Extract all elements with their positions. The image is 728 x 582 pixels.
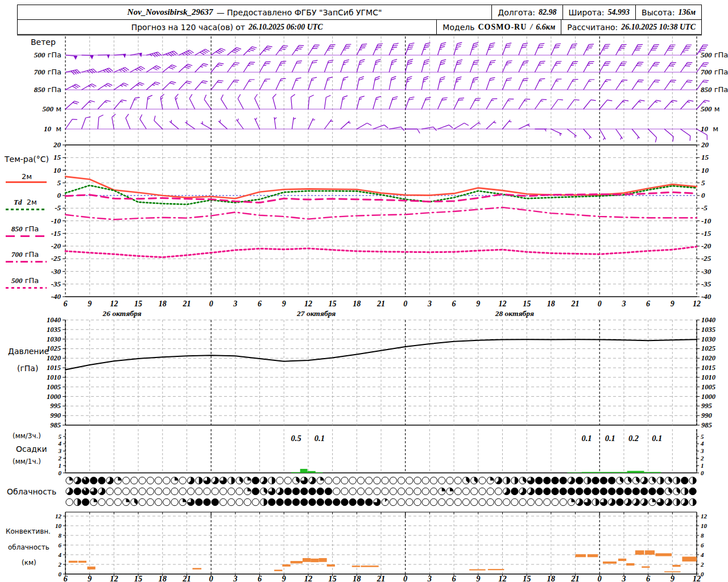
svg-text:6: 6 xyxy=(59,542,62,548)
svg-text:20: 20 xyxy=(701,140,709,149)
svg-text:20: 20 xyxy=(53,140,61,149)
conv-panel-title-2: облачность xyxy=(8,543,49,551)
wind-panel-title: Ветер xyxy=(31,38,56,47)
legend-line-500 xyxy=(6,287,47,289)
svg-text:-5: -5 xyxy=(701,203,708,212)
svg-text:2: 2 xyxy=(700,455,704,462)
legend-label-500: 500 гПа xyxy=(11,276,39,285)
svg-text:21: 21 xyxy=(182,574,191,582)
svg-text:-5: -5 xyxy=(55,203,61,212)
wind-level-850hpa-left: 850 гПа xyxy=(14,85,61,94)
svg-text:4: 4 xyxy=(700,440,704,447)
svg-text:3: 3 xyxy=(621,574,626,582)
svg-text:3: 3 xyxy=(233,574,237,582)
legend-line-850 xyxy=(6,235,47,237)
svg-text:1040: 1040 xyxy=(47,316,61,324)
svg-text:21: 21 xyxy=(571,300,580,308)
conv-panel-title-3: (км) xyxy=(22,559,36,567)
svg-text:10: 10 xyxy=(55,522,62,529)
svg-text:0: 0 xyxy=(701,469,704,476)
convective-panel xyxy=(63,516,699,576)
legend-line-700 xyxy=(6,261,47,263)
svg-text:985: 985 xyxy=(50,421,61,429)
legend-label-850: 850 гПа xyxy=(11,225,39,234)
precip-annotation-1: 0.1 xyxy=(315,434,325,443)
svg-text:9: 9 xyxy=(671,574,675,582)
cloud-panel xyxy=(65,477,697,516)
svg-text:9: 9 xyxy=(282,574,286,582)
svg-text:1025: 1025 xyxy=(701,344,715,352)
svg-text:5: 5 xyxy=(59,433,62,440)
svg-text:4: 4 xyxy=(58,551,62,558)
wind-level-500m-right: 500 м xyxy=(701,105,728,114)
svg-text:15: 15 xyxy=(53,153,61,161)
svg-text:12: 12 xyxy=(304,300,312,308)
svg-text:18: 18 xyxy=(159,300,167,308)
svg-text:0: 0 xyxy=(598,300,602,308)
svg-text:-10: -10 xyxy=(701,217,712,225)
wind-level-10m-left: 10 м xyxy=(14,124,61,134)
svg-text:21: 21 xyxy=(182,300,191,308)
svg-text:9: 9 xyxy=(88,300,92,308)
precip-units-1h: (мм/1ч.) xyxy=(13,458,41,465)
convective-bars xyxy=(69,550,697,572)
svg-text:2: 2 xyxy=(700,561,704,568)
svg-text:8: 8 xyxy=(59,532,62,539)
pressure-panel xyxy=(63,320,700,425)
wind-level-10m-right: 10 м xyxy=(701,124,728,134)
svg-text:10: 10 xyxy=(701,166,709,174)
svg-text:3: 3 xyxy=(621,300,626,308)
svg-text:9: 9 xyxy=(476,300,480,308)
svg-text:1: 1 xyxy=(701,462,704,469)
svg-text:5: 5 xyxy=(701,433,704,440)
svg-text:1020: 1020 xyxy=(701,354,716,362)
precip-annotation-0: 0.5 xyxy=(291,434,301,443)
pressure-panel-title: Давление xyxy=(8,347,49,356)
cloud-row-1 xyxy=(66,488,696,494)
svg-text:-20: -20 xyxy=(701,242,712,250)
svg-text:3: 3 xyxy=(233,300,237,308)
svg-text:-30: -30 xyxy=(701,267,712,276)
svg-text:15: 15 xyxy=(134,300,142,308)
svg-text:6: 6 xyxy=(701,542,704,548)
temperature-panel xyxy=(63,145,700,297)
wind-level-700hpa-right: 700 гПа xyxy=(701,68,728,77)
precip-panel xyxy=(63,429,699,473)
svg-text:995: 995 xyxy=(50,402,61,410)
svg-text:-40: -40 xyxy=(701,292,712,301)
precip-panel-title: Осадки xyxy=(16,444,47,454)
svg-text:2: 2 xyxy=(58,561,62,568)
svg-text:-30: -30 xyxy=(51,267,61,276)
precip-annotation-4: 0.2 xyxy=(628,434,639,443)
svg-text:0: 0 xyxy=(209,300,213,308)
svg-text:6: 6 xyxy=(258,574,262,582)
svg-text:3: 3 xyxy=(427,574,432,582)
temp-panel-title: Тем-ра(°C) xyxy=(5,155,49,164)
svg-text:1030: 1030 xyxy=(47,335,61,343)
cloud-row-0 xyxy=(66,477,696,484)
svg-text:12: 12 xyxy=(701,513,708,519)
wind-row-1 xyxy=(65,58,709,76)
svg-text:6: 6 xyxy=(63,574,68,582)
svg-text:21: 21 xyxy=(377,574,386,582)
svg-text:-15: -15 xyxy=(51,229,61,238)
svg-text:0: 0 xyxy=(701,571,704,577)
svg-text:985: 985 xyxy=(701,421,712,429)
legend-line-2m xyxy=(6,181,47,183)
svg-text:8: 8 xyxy=(701,532,704,539)
svg-text:2: 2 xyxy=(58,455,62,462)
svg-text:1040: 1040 xyxy=(701,316,716,324)
conv-panel-title-1: Конвективн. xyxy=(6,527,51,535)
wind-row-2 xyxy=(65,76,709,94)
meteogram-page: { "header": { "station": "Nov_Novosibirs… xyxy=(0,0,728,582)
svg-text:12: 12 xyxy=(498,574,507,582)
svg-text:15: 15 xyxy=(523,574,531,582)
date-label-1: 27 октября xyxy=(296,309,336,318)
svg-text:12: 12 xyxy=(55,513,62,519)
wind-row-4 xyxy=(65,114,709,143)
svg-text:12: 12 xyxy=(498,300,506,308)
svg-text:1010: 1010 xyxy=(701,373,716,381)
legend-label-td2m: Td 2м xyxy=(14,198,37,207)
precip-bars xyxy=(291,469,661,473)
svg-text:1035: 1035 xyxy=(47,326,61,334)
